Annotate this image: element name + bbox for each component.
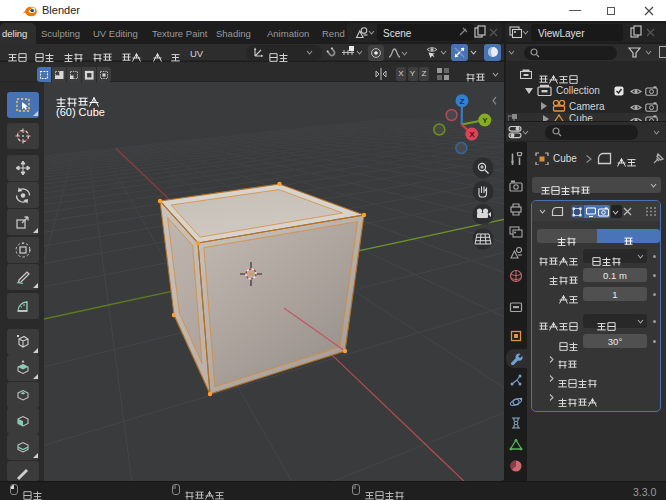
svg-text:Z: Z <box>460 97 465 106</box>
svg-text:Y: Y <box>482 116 488 125</box>
svg-text:X: X <box>469 130 475 139</box>
